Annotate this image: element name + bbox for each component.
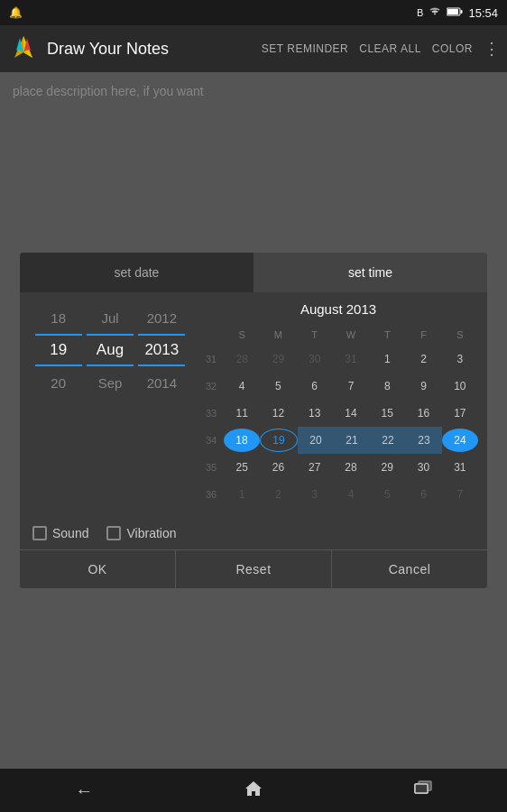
cal-day-18-selected[interactable]: 18 [224, 429, 260, 452]
cal-day[interactable]: 31 [442, 454, 478, 481]
cal-day[interactable]: 8 [369, 373, 405, 400]
cal-day[interactable]: 5 [369, 481, 405, 508]
month-scroll-col[interactable]: Jul Aug Sep [87, 301, 134, 399]
day-item-selected[interactable]: 19 [35, 334, 82, 366]
cal-day-20[interactable]: 20 [298, 427, 334, 454]
home-button[interactable] [244, 780, 263, 802]
main-content: place description here, if you want set … [0, 72, 507, 769]
sound-label: Sound [52, 526, 88, 540]
cal-day[interactable]: 7 [442, 481, 478, 508]
month-item-selected[interactable]: Aug [87, 334, 134, 366]
cal-day[interactable]: 29 [369, 454, 405, 481]
cal-day-24-selected[interactable]: 24 [442, 429, 478, 452]
tab-set-date[interactable]: set date [20, 253, 254, 292]
cal-day[interactable]: 29 [260, 346, 296, 373]
status-right: B 15:54 [417, 6, 498, 20]
cal-day[interactable]: 1 [224, 481, 260, 508]
dialog-tabs: set date set time [20, 253, 487, 292]
cal-day[interactable]: 6 [405, 481, 441, 508]
cal-day-23[interactable]: 23 [406, 427, 442, 454]
cal-day[interactable]: 10 [442, 373, 478, 400]
clear-all-button[interactable]: CLEAR ALL [359, 42, 421, 55]
cal-day[interactable]: 3 [297, 481, 333, 508]
year-item-next[interactable]: 2014 [138, 366, 185, 399]
status-left: 🔔 [9, 6, 23, 19]
month-item-next[interactable]: Sep [87, 366, 134, 399]
day-header-t2: T [369, 324, 405, 346]
day-scroll-col[interactable]: 18 19 20 [35, 301, 82, 399]
calendar: August 2013 S M T W T F S [198, 301, 478, 508]
week-row-36: 36 1 2 3 4 5 6 7 [198, 481, 478, 508]
week-num-31: 31 [198, 354, 224, 364]
cal-day[interactable]: 26 [260, 454, 296, 481]
cal-day[interactable]: 4 [333, 481, 369, 508]
tab-set-time[interactable]: set time [254, 253, 487, 292]
cal-day[interactable]: 25 [224, 454, 260, 481]
vibration-checkbox[interactable] [106, 526, 121, 540]
set-reminder-button[interactable]: SET REMINDER [262, 42, 348, 55]
vibration-checkbox-label[interactable]: Vibration [106, 526, 176, 540]
calendar-header-row: S M T W T F S [198, 324, 478, 346]
day-header-w: W [333, 324, 369, 346]
status-bar: 🔔 B 15:54 [0, 0, 507, 25]
day-item-prev[interactable]: 18 [35, 301, 82, 334]
year-item-prev[interactable]: 2012 [138, 301, 185, 334]
day-header-f: F [405, 324, 441, 346]
day-item-next[interactable]: 20 [35, 366, 82, 399]
overflow-menu-icon[interactable]: ⋮ [484, 39, 500, 59]
dialog-buttons: OK Reset Cancel [20, 549, 487, 588]
year-scroll-col[interactable]: 2012 2013 2014 [138, 301, 185, 399]
cal-day[interactable]: 11 [224, 400, 260, 427]
cal-day[interactable]: 30 [405, 454, 441, 481]
date-scroll-container: 18 19 20 Jul Aug Sep 2012 [32, 301, 188, 399]
cal-day[interactable]: 7 [333, 373, 369, 400]
cal-day[interactable]: 15 [369, 400, 405, 427]
cal-day[interactable]: 3 [442, 346, 478, 373]
month-item-prev[interactable]: Jul [87, 301, 134, 334]
cal-day[interactable]: 31 [333, 346, 369, 373]
cancel-button[interactable]: Cancel [332, 550, 487, 588]
cal-day[interactable]: 27 [297, 454, 333, 481]
ok-button[interactable]: OK [20, 550, 176, 588]
app-logo [7, 32, 40, 65]
recent-apps-button[interactable] [414, 780, 432, 801]
cal-day[interactable]: 14 [333, 400, 369, 427]
sound-checkbox-label[interactable]: Sound [32, 526, 88, 540]
top-actions: SET REMINDER CLEAR ALL COLOR ⋮ [262, 39, 500, 59]
cal-day[interactable]: 1 [369, 346, 405, 373]
year-item-selected[interactable]: 2013 [138, 334, 185, 366]
cal-day-19-today[interactable]: 19 [260, 429, 298, 452]
svg-rect-7 [415, 784, 428, 793]
cal-day[interactable]: 2 [260, 481, 296, 508]
vibration-label: Vibration [126, 526, 176, 540]
back-button[interactable]: ← [75, 780, 93, 801]
week-row-32: 32 4 5 6 7 8 9 10 [198, 373, 478, 400]
color-button[interactable]: COLOR [432, 42, 473, 55]
cal-day[interactable]: 30 [297, 346, 333, 373]
svg-rect-1 [461, 10, 463, 14]
dialog-body: 18 19 20 Jul Aug Sep 2012 [20, 292, 487, 517]
bluetooth-icon: B [417, 7, 423, 18]
cal-day[interactable]: 4 [224, 373, 260, 400]
cal-day[interactable]: 12 [260, 400, 296, 427]
cal-day[interactable]: 17 [442, 400, 478, 427]
notification-icon: 🔔 [9, 6, 23, 19]
sound-checkbox[interactable] [32, 526, 47, 540]
cal-day[interactable]: 2 [405, 346, 441, 373]
day-header-s2: S [442, 324, 478, 346]
cal-day-22[interactable]: 22 [370, 427, 406, 454]
week-num-33: 33 [198, 408, 224, 419]
day-header-t1: T [297, 324, 333, 346]
week-row-34: 34 18 19 20 21 22 23 24 [198, 427, 478, 454]
week-num-35: 35 [198, 462, 224, 473]
cal-day[interactable]: 9 [405, 373, 441, 400]
cal-day[interactable]: 13 [297, 400, 333, 427]
cal-day[interactable]: 28 [224, 346, 260, 373]
app-title: Draw Your Notes [47, 40, 262, 59]
cal-day[interactable]: 5 [260, 373, 296, 400]
reset-button[interactable]: Reset [176, 550, 332, 588]
cal-day[interactable]: 16 [405, 400, 441, 427]
cal-day-21[interactable]: 21 [334, 427, 370, 454]
cal-day[interactable]: 28 [333, 454, 369, 481]
cal-day[interactable]: 6 [297, 373, 333, 400]
